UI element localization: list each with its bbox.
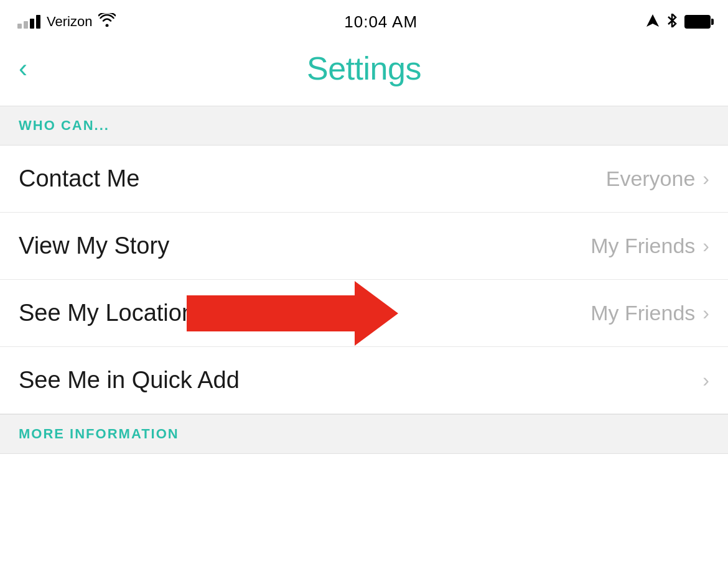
who-can-section-header: WHO CAN...	[0, 106, 728, 146]
signal-bars-icon	[17, 15, 40, 29]
chevron-icon: ›	[702, 234, 709, 257]
see-location-label: See My Location	[19, 300, 195, 326]
red-arrow-shape	[187, 281, 398, 346]
contact-me-row[interactable]: Contact Me Everyone ›	[0, 146, 728, 213]
who-can-title: WHO CAN...	[19, 118, 110, 133]
status-bar: Verizon 10:04 AM	[0, 0, 728, 44]
see-location-row[interactable]: See My Location My Friends ›	[0, 280, 728, 347]
status-right	[646, 14, 711, 30]
chevron-icon: ›	[702, 369, 709, 392]
chevron-icon: ›	[702, 302, 709, 325]
arrow-body	[187, 295, 355, 331]
see-location-right: My Friends ›	[590, 301, 709, 325]
chevron-icon: ›	[702, 167, 709, 190]
location-icon	[646, 14, 660, 30]
view-story-label: View My Story	[19, 233, 169, 259]
battery-icon	[684, 15, 711, 29]
more-info-section-header: MORE INFORMATION	[0, 414, 728, 454]
contact-me-label: Contact Me	[19, 165, 139, 192]
more-info-title: MORE INFORMATION	[19, 426, 179, 441]
carrier-label: Verizon	[47, 14, 92, 30]
page-header: ‹ Settings	[0, 44, 728, 106]
back-button[interactable]: ‹	[19, 55, 27, 81]
view-story-value: My Friends	[590, 234, 695, 258]
view-story-right: My Friends ›	[590, 234, 709, 258]
arrow-head	[355, 281, 398, 346]
view-story-row[interactable]: View My Story My Friends ›	[0, 213, 728, 280]
quick-add-row[interactable]: See Me in Quick Add ›	[0, 347, 728, 414]
bluetooth-icon	[667, 14, 677, 30]
status-left: Verizon	[17, 13, 116, 30]
page-title: Settings	[307, 50, 421, 87]
quick-add-right: ›	[695, 369, 709, 392]
time-display: 10:04 AM	[344, 12, 418, 32]
svg-marker-0	[646, 14, 659, 27]
quick-add-label: See Me in Quick Add	[19, 367, 240, 394]
red-arrow-annotation	[187, 281, 398, 346]
see-location-value: My Friends	[590, 301, 695, 325]
wifi-icon	[98, 13, 116, 30]
contact-me-right: Everyone ›	[606, 167, 709, 191]
contact-me-value: Everyone	[606, 167, 696, 191]
